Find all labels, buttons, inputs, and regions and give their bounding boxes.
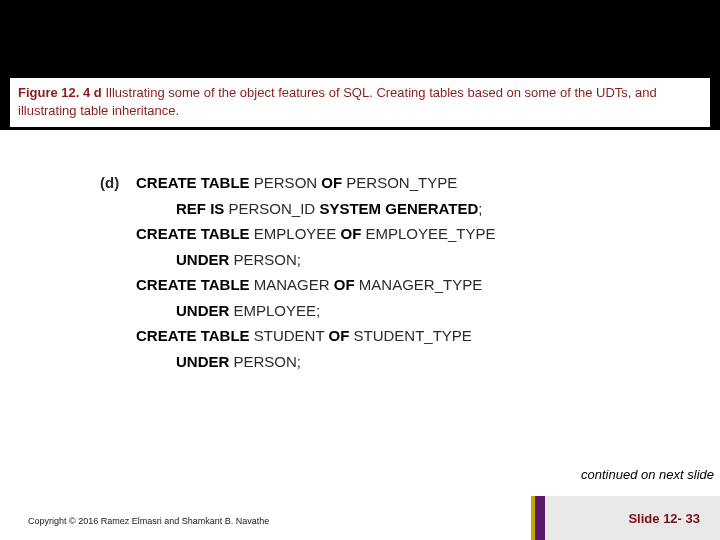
identifier: PERSON; xyxy=(234,353,302,370)
keyword: UNDER xyxy=(176,251,234,268)
keyword: CREATE TABLE xyxy=(136,174,254,191)
figure-caption: Figure 12. 4 d Illustrating some of the … xyxy=(10,78,710,127)
keyword: OF xyxy=(329,327,354,344)
identifier: EMPLOYEE; xyxy=(234,302,321,319)
code-line: (d)CREATE TABLE PERSON OF PERSON_TYPE xyxy=(100,170,660,196)
keyword: UNDER xyxy=(176,302,234,319)
keyword: UNDER xyxy=(176,353,234,370)
keyword: OF xyxy=(340,225,365,242)
copyright-text: Copyright © 2016 Ramez Elmasri and Shamk… xyxy=(28,516,269,526)
keyword: CREATE TABLE xyxy=(136,276,254,293)
identifier: PERSON; xyxy=(234,251,302,268)
figure-caption-text: Illustrating some of the object features… xyxy=(18,85,657,118)
keyword: SYSTEM GENERATED xyxy=(319,200,478,217)
identifier: ; xyxy=(478,200,482,217)
identifier: EMPLOYEE xyxy=(254,225,341,242)
identifier: STUDENT xyxy=(254,327,329,344)
keyword: OF xyxy=(321,174,346,191)
keyword: CREATE TABLE xyxy=(136,225,254,242)
identifier: PERSON xyxy=(254,174,322,191)
continued-note: continued on next slide xyxy=(581,467,714,482)
figure-label: Figure 12. 4 d xyxy=(18,85,102,100)
identifier: MANAGER_TYPE xyxy=(359,276,482,293)
code-marker: (d) xyxy=(100,170,136,196)
code-line: REF IS PERSON_ID SYSTEM GENERATED; xyxy=(100,196,660,222)
code-line: CREATE TABLE EMPLOYEE OF EMPLOYEE_TYPE xyxy=(100,221,660,247)
code-line: UNDER EMPLOYEE; xyxy=(100,298,660,324)
code-block: (d)CREATE TABLE PERSON OF PERSON_TYPEREF… xyxy=(100,170,660,374)
code-line: UNDER PERSON; xyxy=(100,349,660,375)
identifier: STUDENT_TYPE xyxy=(354,327,472,344)
footer: Copyright © 2016 Ramez Elmasri and Shamk… xyxy=(0,496,720,540)
identifier: EMPLOYEE_TYPE xyxy=(365,225,495,242)
keyword: OF xyxy=(334,276,359,293)
slide-number: Slide 12- 33 xyxy=(628,511,700,526)
identifier: MANAGER xyxy=(254,276,334,293)
slide: Figure 12. 4 d Illustrating some of the … xyxy=(0,0,720,540)
keyword: CREATE TABLE xyxy=(136,327,254,344)
code-line: UNDER PERSON; xyxy=(100,247,660,273)
keyword: REF IS xyxy=(176,200,229,217)
code-line: CREATE TABLE MANAGER OF MANAGER_TYPE xyxy=(100,272,660,298)
code-line: CREATE TABLE STUDENT OF STUDENT_TYPE xyxy=(100,323,660,349)
identifier: PERSON_TYPE xyxy=(346,174,457,191)
identifier: PERSON_ID xyxy=(229,200,320,217)
